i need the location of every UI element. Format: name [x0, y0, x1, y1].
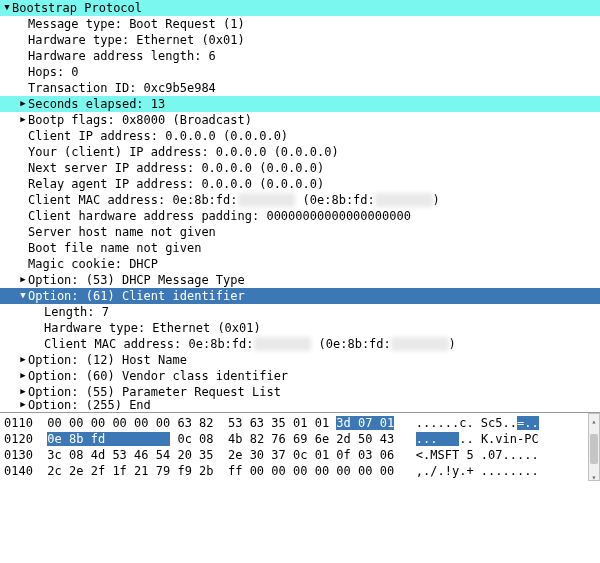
tree-item-option-61-length[interactable]: Length: 7: [0, 304, 600, 320]
tree-item-option-12[interactable]: ▶Option: (12) Host Name: [0, 352, 600, 368]
hex-ascii: .. K.vin-PC: [459, 431, 538, 447]
hex-ascii-selected: ...: [416, 432, 459, 446]
tree-label: Option: (53) DHCP Message Type: [28, 272, 245, 288]
tree-label: Seconds elapsed: 13: [28, 96, 165, 112]
hex-bytes-selected: 3d 07 01: [336, 416, 394, 430]
tree-item-relay-ip[interactable]: Relay agent IP address: 0.0.0.0 (0.0.0.0…: [0, 176, 600, 192]
hex-offset: 0140: [4, 464, 33, 478]
tree-label: Hardware type: Ethernet (0x01): [44, 320, 261, 336]
tree-item-server-host-name[interactable]: Server host name not given: [0, 224, 600, 240]
tree-item-seconds-elapsed[interactable]: ▶Seconds elapsed: 13: [0, 96, 600, 112]
tree-item-transaction-id[interactable]: Transaction ID: 0xc9b5e984: [0, 80, 600, 96]
tree-label: Option: (61) Client identifier: [28, 288, 245, 304]
tree-item-option-255[interactable]: ▶Option: (255) End: [0, 400, 600, 410]
tree-label: Option: (55) Parameter Request List: [28, 384, 281, 400]
hex-bytes: 2c 2e 2f 1f 21 79 f9 2b ff 00 00 00 00 0…: [47, 464, 394, 478]
tree-item-hops[interactable]: Hops: 0: [0, 64, 600, 80]
tree-label: Client IP address: 0.0.0.0 (0.0.0.0): [28, 128, 288, 144]
scroll-up-icon[interactable]: ▴: [589, 414, 599, 424]
tree-item-option-61-client-mac[interactable]: Client MAC address: 0e:8b:fd:xx:xx:xx (0…: [0, 336, 600, 352]
tree-item-option-55[interactable]: ▶Option: (55) Parameter Request List: [0, 384, 600, 400]
tree-label: Magic cookie: DHCP: [28, 256, 158, 272]
tree-label: Length: 7: [44, 304, 109, 320]
tree-item-client-ip[interactable]: Client IP address: 0.0.0.0 (0.0.0.0): [0, 128, 600, 144]
tree-label: Hardware type: Ethernet (0x01): [28, 32, 245, 48]
tree-label: Client MAC address: 0e:8b:fd:xx:xx:xx (0…: [28, 192, 440, 208]
tree-label: Hardware address length: 6: [28, 48, 216, 64]
tree-label: Option: (12) Host Name: [28, 352, 187, 368]
tree-item-message-type[interactable]: Message type: Boot Request (1): [0, 16, 600, 32]
tree-item-boot-file-name[interactable]: Boot file name not given: [0, 240, 600, 256]
caret-right-icon: ▶: [18, 400, 28, 410]
tree-label: Option: (255) End: [28, 400, 151, 410]
caret-right-icon: ▶: [18, 367, 28, 383]
tree-item-option-61[interactable]: ▼Option: (61) Client identifier: [0, 288, 600, 304]
caret-right-icon: ▶: [18, 271, 28, 287]
tree-label: Transaction ID: 0xc9b5e984: [28, 80, 216, 96]
hex-offset: 0130: [4, 448, 33, 462]
caret-right-icon: ▶: [18, 351, 28, 367]
tree-label: Your (client) IP address: 0.0.0.0 (0.0.0…: [28, 144, 339, 160]
hex-offset: 0110: [4, 416, 33, 430]
tree-item-hardware-type[interactable]: Hardware type: Ethernet (0x01): [0, 32, 600, 48]
tree-item-client-hw-padding[interactable]: Client hardware address padding: 0000000…: [0, 208, 600, 224]
packet-detail-tree[interactable]: ▼Bootstrap Protocol Message type: Boot R…: [0, 0, 600, 410]
tree-label: Client MAC address: 0e:8b:fd:xx:xx:xx (0…: [44, 336, 456, 352]
tree-item-magic-cookie[interactable]: Magic cookie: DHCP: [0, 256, 600, 272]
tree-label: Server host name not given: [28, 224, 216, 240]
hex-scrollbar[interactable]: ▴ ▾: [588, 413, 600, 481]
tree-item-client-mac[interactable]: Client MAC address: 0e:8b:fd:xx:xx:xx (0…: [0, 192, 600, 208]
hex-offset: 0120: [4, 432, 33, 446]
scroll-thumb[interactable]: [590, 434, 598, 464]
caret-right-icon: ▶: [18, 383, 28, 399]
scroll-down-icon[interactable]: ▾: [589, 470, 599, 480]
tree-label: Bootp flags: 0x8000 (Broadcast): [28, 112, 252, 128]
caret-right-icon: ▶: [18, 95, 28, 111]
hex-bytes: 3c 08 4d 53 46 54 20 35 2e 30 37 0c 01 0…: [47, 448, 394, 462]
tree-item-bootp-flags[interactable]: ▶Bootp flags: 0x8000 (Broadcast): [0, 112, 600, 128]
tree-label: Option: (60) Vendor class identifier: [28, 368, 288, 384]
tree-item-your-ip[interactable]: Your (client) IP address: 0.0.0.0 (0.0.0…: [0, 144, 600, 160]
tree-label: Next server IP address: 0.0.0.0 (0.0.0.0…: [28, 160, 324, 176]
hex-ascii-selected: =..: [517, 416, 539, 430]
hex-ascii: ......c. Sc5..: [416, 415, 517, 431]
caret-down-icon: ▼: [18, 287, 28, 303]
tree-item-hardware-address-length[interactable]: Hardware address length: 6: [0, 48, 600, 64]
hex-dump-pane[interactable]: 0110 00 00 00 00 00 00 63 82 53 63 35 01…: [0, 413, 600, 481]
hex-row[interactable]: 0120 0e 8b fd 0c 08 4b 82 76 69 6e 2d 50…: [4, 431, 596, 447]
tree-label: Message type: Boot Request (1): [28, 16, 245, 32]
hex-ascii: ,./.!y.+ ........: [416, 463, 539, 479]
hex-bytes: 00 00 00 00 00 00 63 82 53 63 35 01 01: [47, 416, 336, 430]
caret-down-icon: ▼: [2, 0, 12, 15]
caret-right-icon: ▶: [18, 111, 28, 127]
tree-item-option-60[interactable]: ▶Option: (60) Vendor class identifier: [0, 368, 600, 384]
hex-bytes: 0c 08 4b 82 76 69 6e 2d 50 43: [170, 432, 394, 446]
hex-row[interactable]: 0140 2c 2e 2f 1f 21 79 f9 2b ff 00 00 00…: [4, 463, 596, 479]
tree-label: Client hardware address padding: 0000000…: [28, 208, 411, 224]
tree-label: Hops: 0: [28, 64, 79, 80]
tree-label: Bootstrap Protocol: [12, 0, 142, 16]
hex-ascii: <.MSFT 5 .07.....: [416, 447, 539, 463]
tree-item-option-53[interactable]: ▶Option: (53) DHCP Message Type: [0, 272, 600, 288]
hex-row[interactable]: 0130 3c 08 4d 53 46 54 20 35 2e 30 37 0c…: [4, 447, 596, 463]
tree-item-next-server-ip[interactable]: Next server IP address: 0.0.0.0 (0.0.0.0…: [0, 160, 600, 176]
tree-label: Boot file name not given: [28, 240, 201, 256]
hex-bytes-selected: 0e 8b fd: [47, 432, 170, 446]
tree-item-option-61-hw-type[interactable]: Hardware type: Ethernet (0x01): [0, 320, 600, 336]
tree-root-bootstrap-protocol[interactable]: ▼Bootstrap Protocol: [0, 0, 600, 16]
hex-row[interactable]: 0110 00 00 00 00 00 00 63 82 53 63 35 01…: [4, 415, 596, 431]
tree-label: Relay agent IP address: 0.0.0.0 (0.0.0.0…: [28, 176, 324, 192]
